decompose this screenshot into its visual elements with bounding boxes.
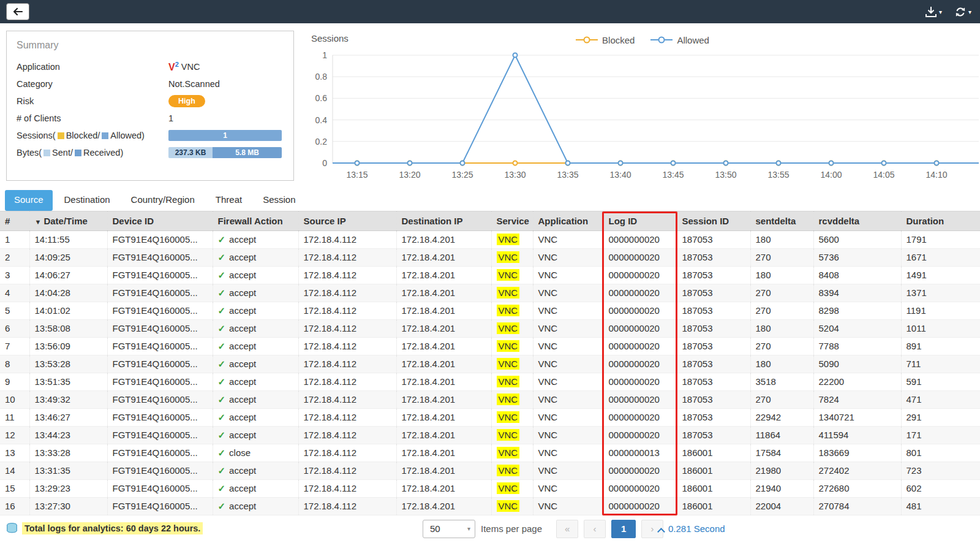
refresh-button[interactable]: ▾ — [954, 6, 971, 18]
cell-num: 1 — [0, 230, 29, 248]
column-header-date-time[interactable]: ▼Date/Time — [29, 211, 107, 230]
table-row[interactable]: 913:51:35FGT91E4Q160005...✓accept172.18.… — [0, 373, 980, 390]
cell-app: VNC — [533, 319, 603, 337]
table-header-row: #▼Date/TimeDevice IDFirewall ActionSourc… — [0, 211, 980, 230]
tab-source[interactable]: Source — [5, 190, 53, 211]
cell-dur: 481 — [901, 497, 980, 515]
cell-rcvd: 272680 — [813, 479, 901, 497]
summary-row-application: Application V2 VNC — [17, 58, 284, 75]
column-header-destination-ip[interactable]: Destination IP — [396, 211, 491, 230]
cell-dst: 172.18.4.201 — [396, 230, 491, 248]
column-header-device-id[interactable]: Device ID — [107, 211, 213, 230]
column-header-rcvddelta[interactable]: rcvddelta — [813, 211, 901, 230]
table-row[interactable]: 1113:46:27FGT91E4Q160005...✓accept172.18… — [0, 408, 980, 426]
items-per-page-label: Items per page — [481, 523, 542, 534]
service-highlight: VNC — [497, 287, 520, 299]
table-row[interactable]: 214:09:25FGT91E4Q160005...✓accept172.18.… — [0, 248, 980, 266]
current-page-button[interactable]: 1 — [611, 520, 636, 538]
column-header-firewall-action[interactable]: Firewall Action — [213, 211, 298, 230]
sort-desc-icon: ▼ — [35, 218, 42, 226]
column-header-sentdelta[interactable]: sentdelta — [750, 211, 813, 230]
accept-check-icon: ✓ — [218, 430, 226, 440]
cell-app: VNC — [533, 408, 603, 426]
cell-action: ✓accept — [213, 337, 298, 355]
table-row[interactable]: 414:04:28FGT91E4Q160005...✓accept172.18.… — [0, 284, 980, 302]
table-row[interactable]: 1413:31:35FGT91E4Q160005...✓accept172.18… — [0, 462, 980, 479]
accept-check-icon: ✓ — [218, 323, 226, 333]
table-row[interactable]: 314:06:27FGT91E4Q160005...✓accept172.18.… — [0, 266, 980, 284]
cell-sent: 180 — [750, 319, 813, 337]
accept-check-icon: ✓ — [218, 394, 226, 405]
table-row[interactable]: 514:01:02FGT91E4Q160005...✓accept172.18.… — [0, 302, 980, 319]
cell-sent: 180 — [750, 230, 813, 248]
table-row[interactable]: 1513:29:23FGT91E4Q160005...✓accept172.18… — [0, 479, 980, 497]
table-row[interactable]: 613:58:08FGT91E4Q160005...✓accept172.18.… — [0, 319, 980, 337]
cell-dur: 801 — [901, 444, 980, 462]
log-table-container: #▼Date/TimeDevice IDFirewall ActionSourc… — [0, 211, 980, 515]
cell-logid: 0000000020 — [603, 390, 677, 408]
download-button[interactable]: ▾ — [925, 6, 942, 18]
cell-service: VNC — [491, 408, 533, 426]
table-row[interactable]: 114:11:55FGT91E4Q160005...✓accept172.18.… — [0, 230, 980, 248]
cell-session: 187053 — [677, 355, 750, 373]
accept-check-icon: ✓ — [218, 483, 226, 493]
column-header-session-id[interactable]: Session ID — [677, 211, 750, 230]
back-button[interactable] — [6, 3, 29, 20]
items-per-page-select[interactable]: 50 ▾ — [423, 520, 475, 538]
first-page-button[interactable]: « — [556, 520, 578, 538]
prev-page-button[interactable]: ‹ — [584, 520, 606, 538]
cell-device: FGT91E4Q160005... — [107, 284, 213, 302]
tab-destination[interactable]: Destination — [55, 190, 119, 211]
accept-check-icon: ✓ — [218, 341, 226, 351]
table-row[interactable]: 1213:44:23FGT91E4Q160005...✓accept172.18… — [0, 426, 980, 444]
risk-badge: High — [168, 95, 205, 107]
cell-app: VNC — [533, 284, 603, 302]
column-header-application[interactable]: Application — [533, 211, 603, 230]
table-row[interactable]: 813:53:28FGT91E4Q160005...✓accept172.18.… — [0, 355, 980, 373]
cell-dst: 172.18.4.201 — [396, 444, 491, 462]
table-row[interactable]: 1013:49:32FGT91E4Q160005...✓accept172.18… — [0, 390, 980, 408]
cell-datetime: 14:01:02 — [29, 302, 107, 319]
cell-dst: 172.18.4.201 — [396, 284, 491, 302]
column-header-service[interactable]: Service — [491, 211, 533, 230]
table-row[interactable]: 713:56:09FGT91E4Q160005...✓accept172.18.… — [0, 337, 980, 355]
accept-check-icon: ✓ — [218, 234, 226, 245]
cell-num: 2 — [0, 248, 29, 266]
cell-logid: 0000000020 — [603, 373, 677, 390]
tab-threat[interactable]: Threat — [206, 190, 251, 211]
column-header-log-id[interactable]: Log ID — [603, 211, 677, 230]
cell-action: ✓accept — [213, 390, 298, 408]
legend-item-blocked[interactable]: Blocked — [576, 35, 635, 45]
table-row[interactable]: 1613:27:30FGT91E4Q160005...✓accept172.18… — [0, 497, 980, 515]
cell-datetime: 14:11:55 — [29, 230, 107, 248]
cell-rcvd: 1340721 — [813, 408, 901, 426]
column-header-[interactable]: # — [0, 211, 29, 230]
service-highlight: VNC — [497, 358, 520, 370]
service-highlight: VNC — [497, 234, 520, 245]
cell-logid: 0000000013 — [603, 444, 677, 462]
column-header-duration[interactable]: Duration — [901, 211, 980, 230]
sent-color-swatch — [43, 150, 50, 156]
cell-sent: 11864 — [750, 426, 813, 444]
tab-country-region[interactable]: Country/Region — [122, 190, 204, 211]
legend-item-allowed[interactable]: Allowed — [650, 35, 709, 45]
svg-text:13:20: 13:20 — [399, 170, 420, 180]
service-highlight: VNC — [497, 482, 520, 494]
column-header-source-ip[interactable]: Source IP — [298, 211, 396, 230]
cell-rcvd: 22200 — [813, 373, 901, 390]
sessions-bar: 1 — [168, 130, 282, 141]
svg-text:13:40: 13:40 — [609, 170, 631, 180]
cell-dst: 172.18.4.201 — [396, 337, 491, 355]
cell-service: VNC — [491, 284, 533, 302]
query-time[interactable]: 0.281 Second — [658, 523, 725, 534]
cell-src: 172.18.4.112 — [298, 479, 396, 497]
table-row[interactable]: 1313:33:28FGT91E4Q160005...✓close172.18.… — [0, 444, 980, 462]
cell-dst: 172.18.4.201 — [396, 302, 491, 319]
tab-session[interactable]: Session — [254, 190, 304, 211]
cell-app: VNC — [533, 355, 603, 373]
svg-text:0.2: 0.2 — [315, 137, 328, 146]
svg-text:13:45: 13:45 — [662, 170, 684, 180]
cell-session: 186001 — [677, 497, 750, 515]
cell-rcvd: 8394 — [813, 284, 901, 302]
cell-src: 172.18.4.112 — [298, 284, 396, 302]
